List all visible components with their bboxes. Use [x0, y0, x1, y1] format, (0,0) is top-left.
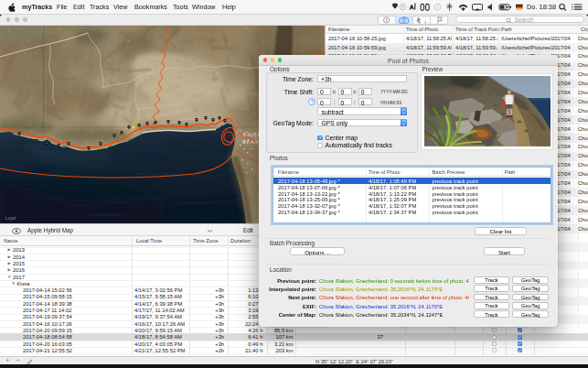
svg-text:Legal: Legal — [5, 216, 16, 221]
svg-text:Do. 18:38: Do. 18:38 — [527, 3, 556, 11]
